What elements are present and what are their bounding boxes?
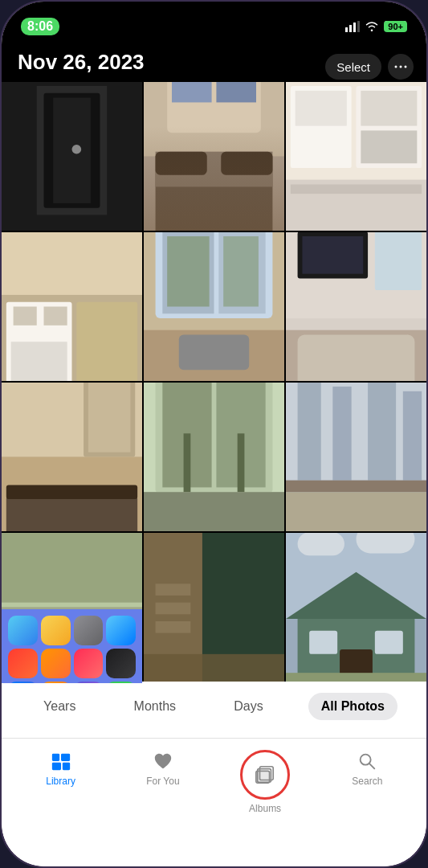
photo-cell-6[interactable] — [286, 232, 426, 381]
svg-line-110 — [369, 764, 375, 769]
svg-point-4 — [395, 66, 397, 68]
svg-rect-103 — [51, 763, 60, 770]
nav-search[interactable]: Search — [316, 750, 418, 787]
tab-months[interactable]: Months — [121, 693, 189, 720]
more-button[interactable] — [388, 54, 414, 80]
photo-cell-9[interactable] — [286, 383, 426, 531]
nav-for-you[interactable]: For You — [112, 750, 214, 787]
photo-cell-1[interactable] — [2, 82, 142, 231]
svg-rect-54 — [2, 383, 142, 457]
photo-cell-2[interactable] — [144, 82, 284, 231]
svg-rect-70 — [298, 383, 321, 481]
svg-rect-48 — [375, 232, 422, 290]
svg-rect-12 — [144, 82, 284, 231]
svg-rect-15 — [156, 152, 273, 187]
svg-rect-33 — [6, 302, 72, 381]
photo-cell-5[interactable] — [144, 232, 284, 381]
battery-icon: 90+ — [384, 21, 407, 32]
photo-cell-7[interactable] — [2, 383, 142, 531]
svg-rect-75 — [286, 492, 426, 531]
screen: 8:06 90+ — [2, 2, 426, 866]
svg-marker-96 — [286, 572, 426, 619]
svg-rect-84 — [144, 533, 284, 682]
svg-rect-36 — [14, 307, 37, 326]
app-health-icon — [74, 649, 104, 678]
nav-for-you-label: For You — [146, 776, 179, 787]
svg-rect-95 — [298, 612, 415, 682]
svg-rect-78 — [2, 533, 142, 603]
svg-rect-57 — [2, 457, 142, 532]
app-apps-icon — [74, 682, 104, 684]
nav-albums-label: Albums — [249, 803, 281, 814]
svg-rect-64 — [216, 383, 265, 487]
svg-point-6 — [405, 66, 407, 68]
app-mail-icon — [106, 616, 136, 645]
app-calc-icon — [41, 649, 71, 678]
date-header: Nov 26, 2023 — [18, 50, 145, 75]
svg-rect-10 — [53, 98, 91, 203]
photo-cell-8[interactable] — [144, 383, 284, 531]
svg-rect-44 — [144, 330, 284, 381]
svg-rect-42 — [167, 236, 209, 307]
header-buttons: Select — [325, 54, 414, 80]
svg-rect-52 — [298, 335, 415, 382]
select-button[interactable]: Select — [325, 54, 381, 80]
photo-cell-4[interactable] — [2, 232, 142, 381]
svg-rect-58 — [6, 492, 137, 531]
timeline-tabs: Years Months Days All Photos — [2, 682, 426, 728]
svg-rect-28 — [286, 180, 426, 231]
svg-rect-94 — [357, 533, 415, 553]
nav-search-label: Search — [352, 776, 382, 787]
svg-rect-45 — [179, 335, 250, 371]
status-right: 90+ — [345, 21, 407, 32]
svg-rect-29 — [291, 185, 422, 194]
tab-days[interactable]: Days — [221, 693, 275, 720]
svg-rect-61 — [144, 383, 284, 492]
svg-rect-87 — [156, 583, 191, 596]
photo-cell-3[interactable] — [286, 82, 426, 231]
search-icon — [356, 750, 378, 772]
svg-rect-99 — [340, 649, 373, 682]
svg-rect-27 — [296, 91, 347, 126]
svg-rect-89 — [156, 621, 191, 633]
phone-frame: 8:06 90+ — [0, 0, 428, 868]
tab-all-photos[interactable]: All Photos — [308, 693, 397, 720]
svg-rect-21 — [286, 82, 426, 231]
svg-rect-46 — [286, 232, 426, 381]
svg-rect-1 — [349, 25, 352, 32]
svg-rect-9 — [44, 93, 100, 208]
svg-rect-13 — [144, 82, 284, 157]
nav-albums[interactable]: Albums — [214, 750, 316, 814]
svg-rect-18 — [167, 82, 261, 133]
svg-rect-8 — [37, 86, 108, 215]
svg-rect-20 — [216, 82, 256, 102]
app-ent-icon — [41, 682, 71, 684]
svg-rect-24 — [361, 91, 417, 126]
svg-rect-85 — [202, 533, 284, 682]
app-weather-icon — [8, 616, 38, 645]
svg-rect-66 — [238, 433, 245, 492]
app-screenshots — [2, 609, 142, 683]
svg-rect-59 — [6, 485, 137, 500]
app-findmy-icon — [106, 682, 136, 684]
albums-circle-highlight — [240, 750, 290, 800]
photo-cell-12[interactable] — [286, 533, 426, 682]
for-you-icon — [152, 750, 174, 772]
svg-rect-23 — [357, 86, 422, 168]
svg-rect-41 — [218, 232, 265, 313]
bottom-area: Years Months Days All Photos — [2, 682, 426, 866]
svg-rect-60 — [144, 383, 284, 531]
svg-rect-51 — [286, 330, 426, 381]
svg-rect-63 — [162, 383, 211, 487]
svg-rect-101 — [51, 754, 59, 761]
svg-rect-91 — [286, 533, 426, 682]
photo-cell-11[interactable] — [144, 533, 284, 682]
library-icon — [50, 750, 72, 772]
svg-rect-39 — [156, 232, 273, 318]
photo-grid — [2, 82, 426, 682]
nav-library[interactable]: Library — [10, 750, 112, 787]
tab-years[interactable]: Years — [31, 693, 88, 720]
svg-rect-65 — [184, 433, 191, 492]
svg-rect-47 — [286, 232, 426, 318]
svg-rect-37 — [44, 307, 67, 326]
